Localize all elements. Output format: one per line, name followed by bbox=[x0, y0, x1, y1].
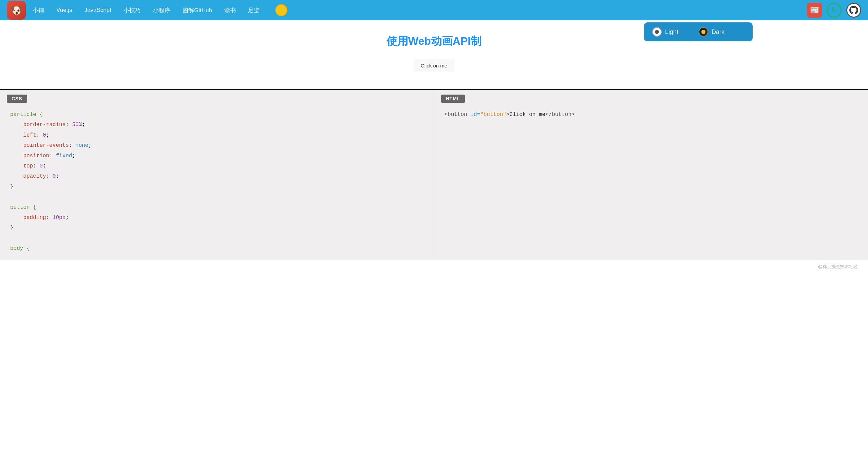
css-line-7: opacity: 0; bbox=[10, 171, 424, 181]
html-panel-header: HTML bbox=[441, 95, 465, 103]
nav-link-github[interactable]: 图解GitHub bbox=[183, 6, 212, 14]
theme-light-option[interactable]: Light bbox=[652, 27, 678, 37]
html-code-content: <button id="button">Click on me</button> bbox=[434, 103, 868, 126]
html-text-content: Click on me bbox=[510, 112, 546, 118]
css-line-1: particle { bbox=[10, 109, 424, 120]
html-close-tag: </button> bbox=[545, 112, 574, 118]
toutiao-logo: 📰 bbox=[810, 6, 819, 15]
css-line-10: padding: 10px; bbox=[10, 213, 424, 223]
theme-light-label: Light bbox=[665, 28, 678, 36]
css-line-12: body { bbox=[10, 243, 424, 254]
css-code-content: particle { border-radius: 50%; left: 0; … bbox=[0, 103, 434, 260]
css-panel-header: CSS bbox=[7, 95, 27, 103]
nav-link-reading[interactable]: 读书 bbox=[224, 6, 236, 14]
footer: @稀土掘金技术社区 bbox=[0, 260, 868, 273]
nav-links: 小铺 Vue.js JavaScript 小技巧 小程序 图解GitHub 读书… bbox=[33, 4, 807, 16]
css-line-8: } bbox=[10, 182, 424, 192]
css-line-5: position: fixed; bbox=[10, 151, 424, 161]
code-panels: CSS particle { border-radius: 50%; left:… bbox=[0, 90, 868, 260]
nav-link-miniprogram[interactable]: 小程序 bbox=[153, 6, 170, 14]
theme-dark-radio bbox=[699, 27, 708, 37]
css-line-11: } bbox=[10, 223, 424, 233]
theme-dark-option[interactable]: Dark bbox=[699, 27, 724, 37]
toutiao-icon[interactable]: 📰 bbox=[807, 3, 822, 18]
logo-icon: 🐶 bbox=[10, 4, 23, 16]
refresh-symbol: ↻ bbox=[831, 6, 837, 15]
footer-text: @稀土掘金技术社区 bbox=[818, 264, 858, 269]
nav-link-tips[interactable]: 小技巧 bbox=[124, 6, 141, 14]
nav-link-shop[interactable]: 小铺 bbox=[33, 6, 44, 14]
nav-right-icons: 📰 ↻ bbox=[807, 3, 861, 18]
navbar: 🐶 小铺 Vue.js JavaScript 小技巧 小程序 图解GitHub … bbox=[0, 0, 868, 20]
html-attr-val: "button" bbox=[480, 112, 506, 118]
theme-dark-label: Dark bbox=[712, 28, 724, 36]
nav-link-footprint[interactable]: 足迹 bbox=[248, 6, 260, 14]
html-attr-name: id= bbox=[470, 112, 480, 118]
refresh-icon[interactable]: ↻ bbox=[827, 3, 842, 18]
css-line-2: border-radius: 50%; bbox=[10, 120, 424, 130]
html-line-1: <button id="button">Click on me</button> bbox=[445, 109, 858, 120]
theme-toggle-button[interactable] bbox=[275, 4, 287, 16]
site-logo[interactable]: 🐶 bbox=[7, 1, 26, 20]
github-icon[interactable] bbox=[846, 3, 861, 18]
nav-link-vuejs[interactable]: Vue.js bbox=[56, 7, 72, 14]
theme-light-selected-dot bbox=[655, 30, 659, 34]
theme-dropdown: Light Dark bbox=[644, 22, 753, 41]
css-line-3: left: 0; bbox=[10, 130, 424, 140]
html-open-tag: <button bbox=[445, 112, 467, 118]
css-panel: CSS particle { border-radius: 50%; left:… bbox=[0, 90, 434, 260]
html-panel: HTML <button id="button">Click on me</bu… bbox=[434, 90, 868, 260]
theme-light-radio bbox=[652, 27, 662, 37]
github-svg bbox=[849, 6, 858, 15]
demo-click-button[interactable]: Click on me bbox=[414, 59, 454, 72]
theme-dark-selected-dot bbox=[701, 30, 705, 34]
css-line-6: top: 0; bbox=[10, 161, 424, 171]
css-line-9: button { bbox=[10, 202, 424, 213]
css-line-4: pointer-events: none; bbox=[10, 140, 424, 151]
nav-link-javascript[interactable]: JavaScript bbox=[84, 7, 111, 14]
